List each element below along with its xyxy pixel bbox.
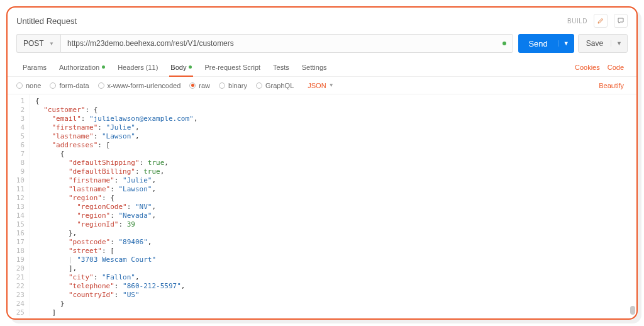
beautify-link[interactable]: Beautify xyxy=(595,82,628,89)
radio-graphql[interactable]: GraphQL xyxy=(256,82,294,89)
cookies-link[interactable]: Cookies xyxy=(571,64,604,71)
url-text: https://m23demo.beehexa.com/rest/V1/cust… xyxy=(67,39,234,48)
edit-icon[interactable] xyxy=(594,14,608,28)
radio-none[interactable]: none xyxy=(16,82,41,89)
format-select[interactable]: JSON ▼ xyxy=(308,82,333,89)
code-content[interactable]: { "customer": { "email": "julielawson@ex… xyxy=(30,94,203,316)
tab-prerequest[interactable]: Pre-request Script xyxy=(198,58,267,76)
method-select[interactable]: POST ▼ xyxy=(16,34,60,53)
radio-xwww[interactable]: x-www-form-urlencoded xyxy=(98,82,181,89)
save-label: Save xyxy=(579,39,611,48)
titlebar-actions: BUILD xyxy=(567,14,628,28)
send-label: Send xyxy=(518,39,557,48)
tab-body[interactable]: Body xyxy=(164,58,198,76)
dot-icon xyxy=(189,65,192,69)
tab-headers[interactable]: Headers (11) xyxy=(111,58,164,76)
titlebar: Untitled Request BUILD xyxy=(8,8,636,30)
send-button[interactable]: Send ▼ xyxy=(518,34,574,53)
tab-params[interactable]: Params xyxy=(16,58,53,76)
comment-icon[interactable] xyxy=(614,14,628,28)
line-gutter: 1234567891011121314151617181920212223242… xyxy=(8,94,30,316)
radio-binary[interactable]: binary xyxy=(219,82,247,89)
request-tabs: Params Authorization Headers (11) Body P… xyxy=(8,58,636,77)
tab-settings[interactable]: Settings xyxy=(296,58,333,76)
scrollbar-thumb[interactable] xyxy=(630,306,635,315)
radio-formdata[interactable]: form-data xyxy=(50,82,89,89)
url-input[interactable]: https://m23demo.beehexa.com/rest/V1/cust… xyxy=(60,34,513,53)
chevron-down-icon: ▼ xyxy=(329,82,334,88)
tab-authorization[interactable]: Authorization xyxy=(53,58,111,76)
body-type-row: none form-data x-www-form-urlencoded raw… xyxy=(8,77,636,94)
tab-tests[interactable]: Tests xyxy=(267,58,296,76)
scrollbar[interactable] xyxy=(630,97,635,316)
request-body-editor[interactable]: 1234567891011121314151617181920212223242… xyxy=(8,94,636,318)
chevron-down-icon[interactable]: ▼ xyxy=(558,40,574,47)
request-title[interactable]: Untitled Request xyxy=(16,16,77,26)
dot-icon xyxy=(102,65,105,69)
request-row: POST ▼ https://m23demo.beehexa.com/rest/… xyxy=(8,30,636,58)
status-dot xyxy=(502,42,506,45)
code-link[interactable]: Code xyxy=(604,64,628,71)
save-button[interactable]: Save ▼ xyxy=(578,34,628,53)
request-builder-panel: Untitled Request BUILD POST ▼ https://m2… xyxy=(6,6,638,320)
chevron-down-icon: ▼ xyxy=(49,41,54,47)
radio-raw[interactable]: raw xyxy=(189,82,210,89)
build-label: BUILD xyxy=(567,18,587,25)
chevron-down-icon[interactable]: ▼ xyxy=(611,40,627,47)
method-label: POST xyxy=(23,39,44,48)
